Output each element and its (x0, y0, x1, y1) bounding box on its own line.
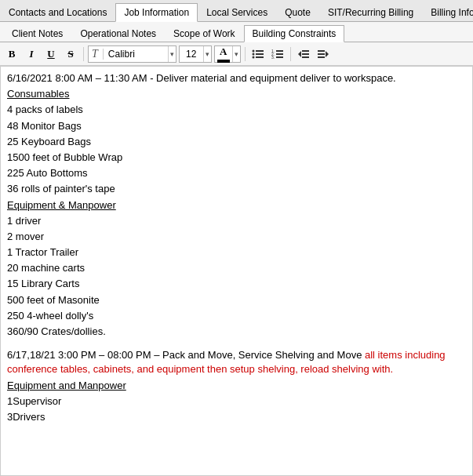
equipment-manpower-heading-2: Equipment and Manpower (7, 379, 466, 393)
svg-rect-13 (302, 50, 309, 52)
item-painters-tape: 36 rolls of painter's tape (7, 182, 466, 196)
item-monitor-bags: 48 Monitor Bags (7, 119, 466, 133)
second-tab-bar: Client Notes Operational Notes Scope of … (0, 22, 473, 42)
list-icon (252, 49, 264, 60)
consumables-heading: Consumables (7, 87, 466, 101)
date-line-1: 6/16/2021 8:00 AM – 11:30 AM - Deliver m… (7, 71, 466, 85)
item-bubble-wrap: 1500 feet of Bubble Wrap (7, 151, 466, 165)
date-line-2: 6/17,18/21 3:00 PM – 08:00 PM – Pack and… (7, 348, 466, 376)
tab-quote[interactable]: Quote (276, 2, 319, 21)
tab-client-notes[interactable]: Client Notes (3, 24, 71, 42)
svg-point-2 (252, 53, 254, 55)
separator-2 (245, 47, 246, 61)
tab-scope-of-work[interactable]: Scope of Work (165, 24, 243, 42)
formatting-toolbar: B I U S T Calibri ▾ 12 ▾ A ▾ (0, 42, 473, 66)
item-auto-bottoms: 225 Auto Bottoms (7, 166, 466, 180)
item-driver: 1 driver (7, 214, 466, 228)
underline-button[interactable]: U (42, 45, 60, 63)
tab-sit-recurring[interactable]: SIT/Recurring Billing (319, 2, 422, 21)
svg-rect-3 (256, 53, 264, 55)
color-dropdown-arrow[interactable]: ▾ (232, 46, 240, 62)
color-label: A (215, 45, 232, 63)
date-line-2-prefix: 6/17,18/21 3:00 PM – 08:00 PM – Pack and… (7, 349, 365, 361)
separator-1 (83, 47, 84, 61)
spacer-1 (7, 340, 466, 348)
strikethrough-button[interactable]: S (62, 45, 79, 63)
unordered-list-button[interactable] (249, 45, 267, 63)
svg-rect-5 (256, 56, 264, 58)
color-letter: A (220, 45, 227, 58)
tab-billing-info[interactable]: Billing Informatio... (422, 2, 473, 21)
tab-job-information[interactable]: Job Information (115, 3, 198, 22)
svg-rect-1 (256, 50, 264, 52)
svg-point-4 (252, 56, 254, 58)
item-tractor-trailer: 1 Tractor Trailer (7, 245, 466, 260)
increase-indent-icon (317, 49, 329, 60)
svg-rect-7 (276, 50, 283, 52)
tab-contacts-locations[interactable]: Contacts and Locations (0, 2, 115, 21)
font-icon: T (89, 48, 101, 60)
ordered-list-button[interactable]: 1. 2. 3. (269, 45, 286, 63)
item-machine-carts: 20 machine carts (7, 261, 466, 275)
text-editor[interactable]: 6/16/2021 8:00 AM – 11:30 AM - Deliver m… (1, 67, 472, 475)
tab-local-services[interactable]: Local Services (198, 2, 276, 21)
font-dropdown-arrow[interactable]: ▾ (168, 46, 176, 62)
font-selector[interactable]: T Calibri ▾ (88, 45, 176, 63)
svg-text:3.: 3. (271, 55, 275, 60)
font-name-display: Calibri (105, 49, 168, 60)
svg-rect-11 (276, 56, 283, 58)
svg-rect-9 (276, 53, 283, 55)
icon-separator (103, 49, 104, 60)
svg-point-0 (252, 49, 254, 52)
item-drivers: 3Drivers (7, 410, 466, 424)
top-tab-bar: Contacts and Locations Job Information L… (0, 0, 473, 22)
separator-3 (290, 47, 291, 61)
svg-marker-19 (326, 51, 329, 57)
item-labels: 4 packs of labels (7, 103, 466, 117)
svg-rect-16 (318, 50, 325, 52)
decrease-indent-button[interactable] (295, 45, 312, 63)
equipment-manpower-heading: Equipment & Manpower (7, 198, 466, 213)
font-size-display: 12 (180, 49, 203, 60)
tab-building-constraints[interactable]: Building Constraints (244, 25, 345, 42)
bold-button[interactable]: B (3, 45, 20, 63)
svg-rect-17 (318, 53, 325, 55)
svg-rect-14 (302, 53, 309, 55)
item-keyboard-bags: 25 Keyboard Bags (7, 135, 466, 149)
item-crates-dollies: 360/90 Crates/dollies. (7, 325, 466, 339)
item-mover: 2 mover (7, 230, 466, 244)
italic-button[interactable]: I (23, 45, 40, 63)
tab-operational-notes[interactable]: Operational Notes (71, 24, 165, 42)
item-wheel-dollys: 250 4-wheel dolly's (7, 309, 466, 323)
ordered-list-icon: 1. 2. 3. (271, 49, 284, 60)
item-masonite: 500 feet of Masonite (7, 293, 466, 307)
svg-marker-12 (298, 51, 301, 57)
item-library-carts: 15 Library Carts (7, 277, 466, 291)
decrease-indent-icon (297, 49, 310, 60)
color-swatch (217, 60, 230, 63)
font-size-selector[interactable]: 12 ▾ (179, 45, 212, 63)
item-supervisor: 1Supervisor (7, 394, 466, 409)
increase-indent-button[interactable] (315, 45, 332, 63)
svg-rect-15 (302, 56, 309, 58)
content-area: 6/16/2021 8:00 AM – 11:30 AM - Deliver m… (0, 66, 473, 476)
font-size-dropdown-arrow[interactable]: ▾ (203, 46, 211, 62)
svg-rect-18 (318, 56, 325, 58)
font-color-selector[interactable]: A ▾ (214, 45, 241, 63)
